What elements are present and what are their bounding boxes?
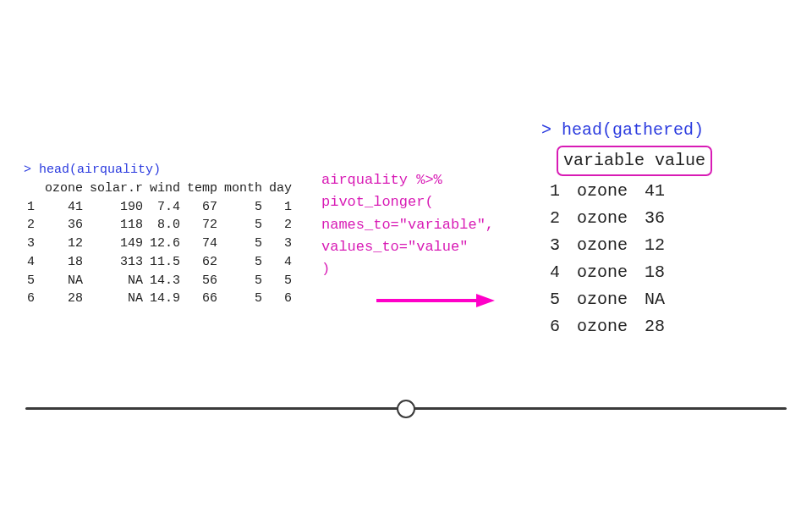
gathered-table: 1ozone41 2ozone36 3ozone12 4ozone18 5ozo… [541, 178, 673, 340]
left-console-output: > head(airquality) ozone solar.r wind te… [24, 161, 295, 308]
console-prompt: > [24, 163, 31, 177]
console-call: head(airquality) [39, 163, 161, 177]
highlighted-column-headers: variable value [557, 146, 712, 176]
table-row: 628NA14.96656 [24, 290, 295, 308]
table-row: 1ozone41 [541, 178, 673, 205]
table-row: 5ozoneNA [541, 286, 673, 313]
airquality-table: ozone solar.r wind temp month day 141190… [24, 179, 295, 308]
code-line: names_to="variable", [321, 214, 494, 236]
table-row: 2ozone36 [541, 205, 673, 232]
code-line: airquality %>% [321, 169, 494, 191]
table-row: 5NANA14.35655 [24, 272, 295, 290]
code-line: ) [321, 258, 494, 280]
table-row: 31214912.67453 [24, 235, 295, 253]
table-row: 2361188.07252 [24, 216, 295, 235]
table-row: 1411907.46751 [24, 198, 295, 217]
right-console-output: > head(gathered) variable value 1ozone41… [541, 117, 712, 340]
svg-marker-1 [476, 294, 495, 307]
slide-content: > head(airquality) ozone solar.r wind te… [0, 0, 812, 508]
table-row: 6ozone28 [541, 313, 673, 340]
pivot-longer-code: airquality %>% pivot_longer( names_to="v… [321, 169, 494, 281]
console-prompt: > [541, 120, 551, 140]
section-divider [25, 400, 787, 417]
console-call: head(gathered) [562, 120, 704, 140]
arrow-icon [376, 292, 495, 309]
code-line: values_to="value" [321, 236, 494, 258]
table-row: 3ozone12 [541, 232, 673, 259]
divider-circle-icon [397, 400, 415, 418]
table-row: 41831311.56254 [24, 253, 295, 272]
table-row: 4ozone18 [541, 259, 673, 286]
code-line: pivot_longer( [321, 191, 494, 213]
